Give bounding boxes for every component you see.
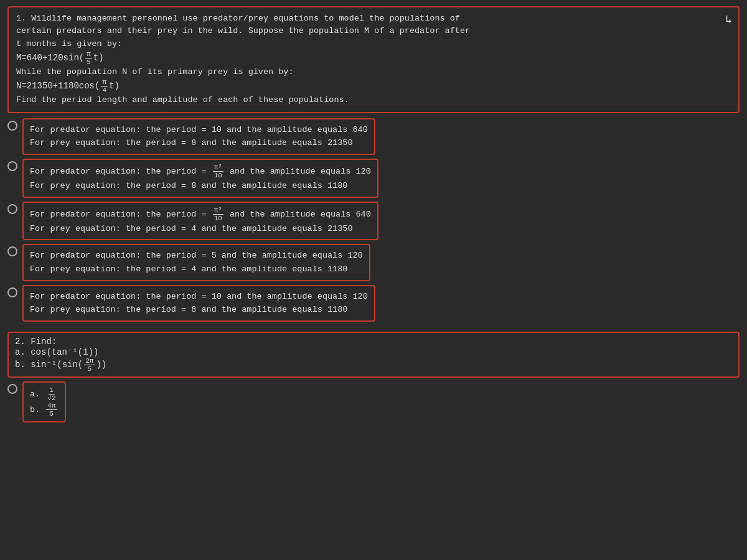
q1-find: Find the period length and amplitude of … xyxy=(16,95,349,105)
answer2-box: a. 1√2 b. 4π5 xyxy=(22,381,66,422)
options-group: For predator equation: the period = 10 a… xyxy=(7,118,740,322)
option4-predator: For predator equation: the period = 5 an… xyxy=(30,249,363,263)
option1-predator: For predator equation: the period = 10 a… xyxy=(30,123,368,137)
option5-box: For predator equation: the period = 10 a… xyxy=(22,285,375,322)
option2-prey: For prey equation: the period = 8 and th… xyxy=(30,179,371,193)
option4-box: For predator equation: the period = 5 an… xyxy=(22,244,370,281)
option4-prey: For prey equation: the period = 4 and th… xyxy=(30,263,363,276)
option3-prey: For prey equation: the period = 4 and th… xyxy=(30,222,371,236)
option3-box: For predator equation: the period = π²10… xyxy=(22,202,378,241)
option1-box: For predator equation: the period = 10 a… xyxy=(22,118,375,155)
q1-prey-intro: While the population N of its primary pr… xyxy=(16,67,294,77)
answer2-radio[interactable] xyxy=(7,384,17,394)
option1-prey: For prey equation: the period = 8 and th… xyxy=(30,136,368,150)
question2-box: 2. Find: a. cos(tan⁻¹(1)) b. sin⁻¹(sin(2… xyxy=(7,332,740,378)
option5-predator: For predator equation: the period = 10 a… xyxy=(30,290,368,304)
option3-item: For predator equation: the period = π²10… xyxy=(7,202,740,241)
option2-radio[interactable] xyxy=(7,161,17,171)
option5-prey: For prey equation: the period = 8 and th… xyxy=(30,303,368,317)
option2-box: For predator equation: the period = π²10… xyxy=(22,159,378,198)
option2-predator: For predator equation: the period = π²10… xyxy=(30,164,371,179)
main-page: ↳ 1. Wildlife management personnel use p… xyxy=(0,0,747,560)
option1-item: For predator equation: the period = 10 a… xyxy=(7,118,740,155)
q2-part-b: b. sin⁻¹(sin(2π5)) xyxy=(15,360,106,370)
option5-radio[interactable] xyxy=(7,287,17,297)
q1-line3: t months is given by: xyxy=(16,39,122,49)
prey-formula: N=21350+1180cos(π4t) xyxy=(16,81,120,91)
predator-formula: M=640+120sin(π5t) xyxy=(16,53,104,63)
option3-radio[interactable] xyxy=(7,204,17,214)
question1-text: 1. Wildlife management personnel use pre… xyxy=(16,12,731,107)
answer2-a: a. 1√2 xyxy=(30,390,59,399)
option3-predator: For predator equation: the period = π²10… xyxy=(30,207,371,222)
option4-radio[interactable] xyxy=(7,246,17,256)
q2-part-a: a. cos(tan⁻¹(1)) xyxy=(15,347,98,357)
option5-item: For predator equation: the period = 10 a… xyxy=(7,285,740,322)
option4-item: For predator equation: the period = 5 an… xyxy=(7,244,740,281)
q1-line2: certain predators and their prey in the … xyxy=(16,26,470,35)
option1-radio[interactable] xyxy=(7,121,17,131)
question1-box: ↳ 1. Wildlife management personnel use p… xyxy=(7,6,740,113)
q1-line1: 1. Wildlife management personnel use pre… xyxy=(16,14,460,23)
answer2-item: a. 1√2 b. 4π5 xyxy=(7,381,740,422)
option2-item: For predator equation: the period = π²10… xyxy=(7,159,740,198)
answer2-b: b. 4π5 xyxy=(30,405,59,414)
q2-title: 2. Find: xyxy=(15,337,57,347)
cursor-icon: ↳ xyxy=(725,12,732,26)
